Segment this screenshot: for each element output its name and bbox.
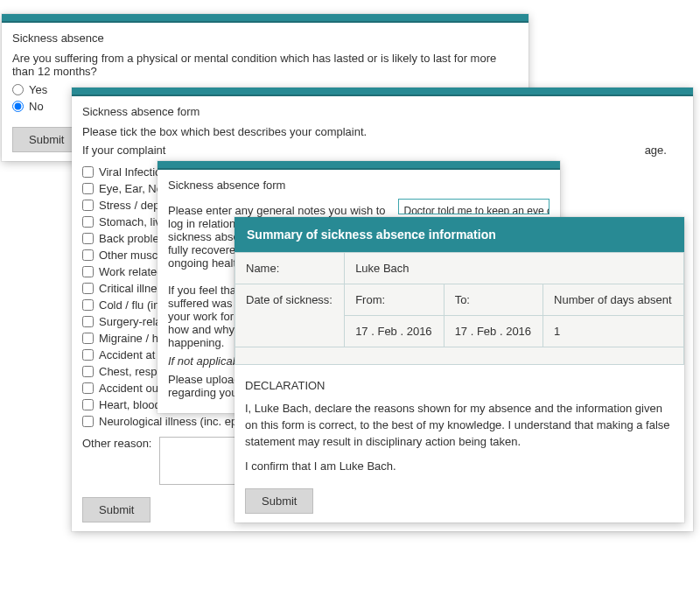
- declaration-title: DECLARATION: [245, 379, 674, 392]
- complaint-checkbox[interactable]: [82, 399, 94, 410]
- to-label: To:: [444, 284, 542, 316]
- submit-button[interactable]: Submit: [12, 127, 80, 152]
- submit-button[interactable]: Submit: [82, 497, 150, 522]
- from-value: 17 . Feb . 2016: [345, 316, 444, 347]
- complaint-checkbox[interactable]: [82, 333, 94, 344]
- declaration-confirm: I confirm that I am Luke Bach.: [245, 459, 674, 473]
- summary-header: Summary of sickness absence information: [234, 217, 684, 252]
- complaint-checkbox[interactable]: [82, 200, 94, 211]
- complaint-checkbox[interactable]: [82, 216, 94, 228]
- complaint-checkbox[interactable]: [82, 249, 94, 261]
- name-value: Luke Bach: [345, 253, 684, 284]
- complaint-label: Cold / flu (in: [99, 298, 159, 312]
- complaint-label: Work related: [99, 265, 163, 278]
- complaint-checkbox[interactable]: [82, 266, 94, 277]
- complaint-label: Critical illnes: [99, 282, 163, 295]
- complaint-checkbox[interactable]: [82, 233, 94, 244]
- complaint-checkbox[interactable]: [82, 299, 94, 311]
- to-value: 17 . Feb . 2016: [444, 316, 542, 347]
- panel2-instruction: Please tick the box which best describes…: [82, 125, 682, 138]
- panel3-title: Sickness absence form: [168, 179, 550, 192]
- name-label: Name:: [235, 253, 345, 284]
- complaint-checkbox[interactable]: [82, 416, 94, 427]
- panel2-ifcomplaint: If your complaint age.: [82, 144, 682, 157]
- complaint-checkbox[interactable]: [82, 382, 94, 394]
- complaint-label: Stress / dep: [99, 199, 159, 212]
- submit-button[interactable]: Submit: [245, 488, 313, 514]
- panel-header-bar: [2, 14, 528, 23]
- complaint-checkbox[interactable]: [82, 349, 94, 361]
- complaint-checkbox[interactable]: [82, 366, 94, 377]
- radio-yes-label: Yes: [29, 83, 47, 96]
- other-reason-label: Other reason:: [82, 437, 152, 450]
- complaint-label: Accident at w: [99, 348, 166, 361]
- panel1-title: Sickness absence: [12, 32, 518, 45]
- panel-header-bar: [158, 161, 560, 170]
- panel-summary: Summary of sickness absence information …: [234, 217, 684, 522]
- panel2-title: Sickness absence form: [82, 105, 682, 118]
- complaint-checkbox[interactable]: [82, 316, 94, 327]
- complaint-checkbox[interactable]: [82, 166, 94, 178]
- complaint-label: Other muscu: [99, 249, 164, 262]
- panel1-question: Are you suffering from a physical or men…: [12, 52, 518, 78]
- notes-input-preview[interactable]: Doctor told me to keep an eye on it but …: [398, 199, 550, 214]
- complaint-label: Neurological illness (inc. epilep: [99, 415, 255, 428]
- complaint-label: Chest, respir: [99, 365, 164, 378]
- date-label: Date of sickness:: [235, 284, 345, 347]
- radio-no[interactable]: [12, 101, 24, 112]
- from-label: From:: [345, 284, 444, 316]
- radio-no-label: No: [29, 100, 44, 113]
- complaint-label: Migraine / he: [99, 332, 164, 345]
- summary-table: Name: Luke Bach Date of sickness: From: …: [234, 252, 684, 365]
- radio-yes[interactable]: [12, 84, 24, 95]
- days-value: 1: [543, 316, 684, 347]
- days-label: Number of days absent: [543, 284, 684, 316]
- declaration-body: I, Luke Bach, declare the reasons shown …: [245, 401, 674, 451]
- complaint-checkbox[interactable]: [82, 283, 94, 294]
- complaint-label: Stomach, liv: [99, 215, 161, 228]
- panel-header-bar: [72, 88, 693, 96]
- complaint-label: Surgery-rela: [99, 315, 162, 328]
- complaint-checkbox[interactable]: [82, 183, 94, 194]
